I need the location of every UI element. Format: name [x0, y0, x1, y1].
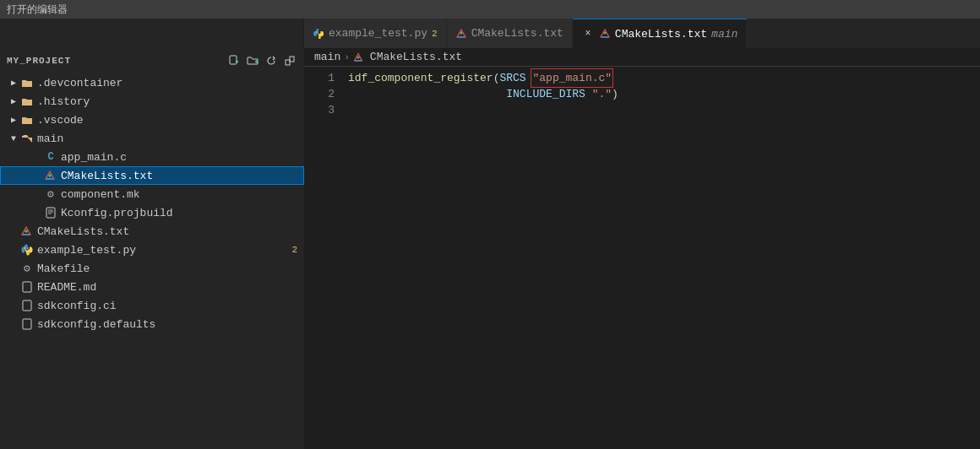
- item-label: sdkconfig.ci: [37, 300, 304, 312]
- item-label: .history: [37, 95, 304, 108]
- code-line-1: idf_component_register(SRCS "app_main.c": [348, 70, 980, 86]
- tab-badge: 2: [432, 29, 438, 39]
- tree-item-history[interactable]: .history: [0, 92, 304, 111]
- svg-point-1: [460, 31, 462, 34]
- file-icon: [20, 280, 34, 294]
- top-bar: 打开的编辑器: [0, 0, 980, 19]
- tree-item-makefile[interactable]: ⚙ Makefile: [0, 259, 304, 278]
- folder-icon: [20, 76, 34, 89]
- svg-point-21: [24, 230, 28, 233]
- code-line-2: INCLUDE_DIRS "."): [348, 86, 980, 102]
- svg-point-14: [48, 174, 52, 177]
- cmake-icon-tab-active: [599, 28, 611, 40]
- cmake-icon: [44, 169, 57, 182]
- chevron-icon: [7, 132, 20, 145]
- paren-close: ): [612, 86, 618, 102]
- breadcrumb-file: CMakeLists.txt: [370, 51, 462, 63]
- svg-rect-25: [23, 319, 31, 329]
- tree-item-component-mk[interactable]: ⚙ component.mk: [0, 185, 304, 203]
- new-file-icon[interactable]: [226, 53, 242, 68]
- cmake-icon: [20, 224, 34, 238]
- breadcrumb-sep: ›: [344, 52, 350, 62]
- item-label: CMakeLists.txt: [61, 170, 304, 182]
- sidebar: MY_PROJECT: [0, 48, 304, 449]
- tree-item-cmakelists-main[interactable]: CMakeLists.txt: [0, 166, 304, 185]
- tree-item-readme[interactable]: README.md: [0, 278, 304, 296]
- tab-sublabel: main: [711, 28, 738, 41]
- item-label: .vscode: [37, 114, 304, 127]
- item-label: CMakeLists.txt: [37, 225, 304, 238]
- file-icon: [44, 206, 57, 219]
- file-tree: .devcontainer .history .vscode: [0, 73, 304, 449]
- project-actions: [226, 53, 297, 68]
- item-label: main: [37, 133, 304, 145]
- item-label: component.mk: [61, 188, 304, 201]
- item-label: .devcontainer: [37, 77, 304, 89]
- chevron-icon: [7, 95, 20, 108]
- item-label: README.md: [37, 281, 304, 294]
- top-bar-label: 打开的编辑器: [7, 3, 68, 17]
- svg-rect-24: [23, 300, 31, 311]
- python-icon: [20, 243, 34, 257]
- tree-item-main[interactable]: main: [0, 129, 304, 148]
- editor-content[interactable]: 1 2 3 idf_component_register(SRCS "app_m…: [304, 67, 980, 449]
- svg-rect-6: [230, 56, 237, 64]
- tab-cmakelists-root[interactable]: CMakeLists.txt: [447, 19, 573, 48]
- fn-token: idf_component_register: [348, 70, 493, 86]
- tree-item-devcontainer[interactable]: .devcontainer: [0, 73, 304, 92]
- file-icon: [20, 299, 34, 312]
- item-label: Makefile: [37, 262, 304, 275]
- tree-item-vscode[interactable]: .vscode: [0, 111, 304, 129]
- close-icon[interactable]: ×: [581, 27, 595, 41]
- tree-item-sdkconfig-defaults[interactable]: sdkconfig.defaults: [0, 315, 304, 333]
- folder-icon: [20, 95, 34, 108]
- tree-item-example-test[interactable]: example_test.py 2: [0, 241, 304, 259]
- code-line-3: [348, 102, 980, 118]
- item-label: Kconfig.projbuild: [61, 207, 304, 219]
- item-label: example_test.py: [37, 244, 291, 257]
- space-token: [526, 70, 533, 86]
- collapse-icon[interactable]: [282, 53, 297, 68]
- item-label: app_main.c: [61, 151, 304, 164]
- paren-token: (: [493, 70, 500, 86]
- gear-icon: ⚙: [44, 187, 57, 201]
- svg-point-4: [603, 32, 606, 35]
- tree-item-kconfig[interactable]: Kconfig.projbuild: [0, 203, 304, 222]
- tab-example-test[interactable]: example_test.py 2: [304, 19, 447, 48]
- svg-rect-11: [286, 60, 290, 65]
- svg-rect-12: [290, 57, 294, 62]
- str-token-highlighted: "app_main.c": [532, 70, 612, 86]
- code-content[interactable]: idf_component_register(SRCS "app_main.c"…: [345, 70, 980, 449]
- item-label: sdkconfig.defaults: [37, 318, 304, 331]
- arg-token: SRCS: [499, 70, 525, 86]
- new-folder-icon[interactable]: [245, 53, 260, 68]
- chevron-icon: [7, 113, 20, 127]
- tab-label-active: CMakeLists.txt: [615, 28, 707, 41]
- arg-token2: INCLUDE_DIRS: [506, 86, 585, 102]
- project-header: MY_PROJECT: [0, 48, 304, 73]
- breadcrumb-main: main: [314, 51, 340, 63]
- svg-rect-16: [46, 208, 55, 218]
- svg-rect-23: [23, 282, 31, 292]
- tree-item-sdkconfig-ci[interactable]: sdkconfig.ci: [0, 296, 304, 315]
- item-badge: 2: [291, 245, 297, 255]
- tree-item-app-main[interactable]: C app_main.c: [0, 148, 304, 166]
- tab-label: example_test.py: [329, 27, 427, 40]
- tab-cmakelists-main[interactable]: × CMakeLists.txt main: [573, 19, 747, 48]
- refresh-icon[interactable]: [264, 53, 279, 68]
- str-token2: ".": [592, 86, 612, 102]
- space2: [585, 86, 592, 102]
- tree-item-cmakelists-root[interactable]: CMakeLists.txt: [0, 222, 304, 241]
- svg-point-27: [357, 56, 359, 58]
- python-icon: [313, 28, 324, 40]
- editor-area: main › CMakeLists.txt 1 2 3 idf_co: [304, 48, 980, 449]
- file-icon: [20, 317, 34, 331]
- cmake-icon-tab: [455, 28, 467, 40]
- c-file-icon: C: [44, 150, 57, 164]
- tab-label: CMakeLists.txt: [471, 27, 564, 40]
- gear-icon: ⚙: [20, 262, 34, 275]
- breadcrumb-bar: main › CMakeLists.txt: [304, 48, 980, 67]
- chevron-icon: [7, 76, 20, 89]
- folder-open-icon: [20, 132, 34, 145]
- line-numbers: 1 2 3: [304, 70, 345, 449]
